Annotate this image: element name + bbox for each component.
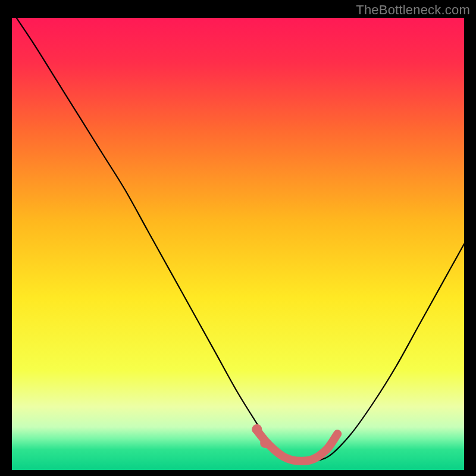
- svg-point-1: [252, 424, 262, 434]
- chart-frame: TheBottleneck.com: [0, 0, 476, 476]
- watermark-text: TheBottleneck.com: [356, 2, 470, 18]
- plot-svg: [12, 18, 464, 470]
- svg-rect-0: [12, 18, 464, 470]
- svg-point-2: [260, 438, 270, 448]
- bottleneck-plot: [12, 18, 464, 470]
